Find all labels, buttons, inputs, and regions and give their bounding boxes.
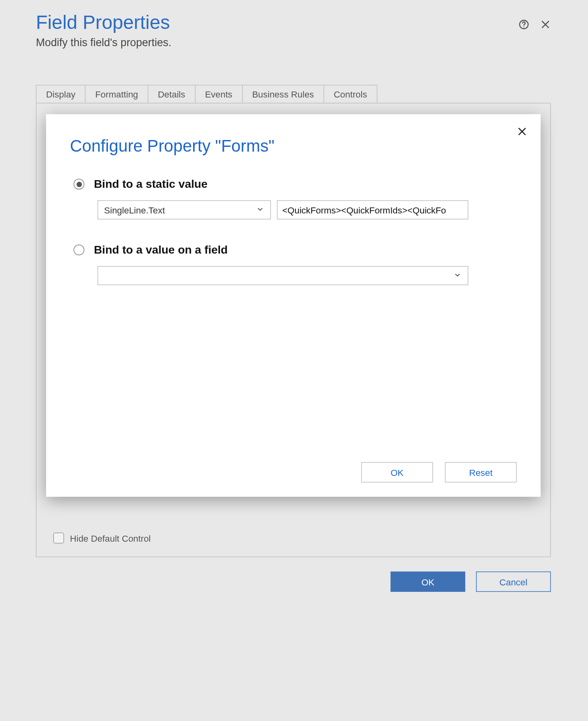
hide-default-checkbox[interactable] bbox=[53, 533, 64, 544]
dialog-header: Field Properties Modify this field's pro… bbox=[36, 12, 551, 49]
help-icon[interactable] bbox=[519, 19, 529, 30]
chevron-down-icon bbox=[453, 271, 462, 281]
svg-point-1 bbox=[523, 26, 524, 27]
page-title: Field Properties bbox=[36, 12, 171, 33]
tab-display[interactable]: Display bbox=[36, 85, 85, 103]
modal-reset-button[interactable]: Reset bbox=[445, 462, 517, 483]
cancel-button[interactable]: Cancel bbox=[476, 572, 551, 592]
tab-business-rules[interactable]: Business Rules bbox=[242, 85, 324, 103]
chevron-down-icon bbox=[256, 205, 264, 215]
static-value-input[interactable]: <QuickForms><QuickFormIds><QuickFo bbox=[277, 200, 468, 219]
tab-panel: Hide Default Control Configure Property … bbox=[36, 103, 551, 557]
tab-formatting[interactable]: Formatting bbox=[85, 85, 148, 103]
radio-bind-static[interactable] bbox=[73, 179, 84, 190]
radio-bind-static-label: Bind to a static value bbox=[94, 178, 208, 191]
radio-bind-field[interactable] bbox=[73, 245, 84, 256]
static-value-text: <QuickForms><QuickFormIds><QuickFo bbox=[282, 205, 446, 215]
hide-default-label: Hide Default Control bbox=[70, 533, 151, 543]
tab-details[interactable]: Details bbox=[148, 85, 195, 103]
tabs: Display Formatting Details Events Busine… bbox=[36, 85, 551, 103]
page-subtitle: Modify this field's properties. bbox=[36, 37, 171, 49]
modal-ok-button[interactable]: OK bbox=[361, 462, 433, 483]
field-select[interactable] bbox=[98, 266, 468, 285]
static-type-select-value: SingleLine.Text bbox=[104, 205, 165, 215]
tab-events[interactable]: Events bbox=[195, 85, 242, 103]
configure-property-modal: Configure Property "Forms" Bind to a sta… bbox=[46, 114, 541, 497]
radio-bind-field-label: Bind to a value on a field bbox=[94, 244, 228, 257]
static-type-select[interactable]: SingleLine.Text bbox=[98, 200, 271, 219]
close-icon[interactable] bbox=[540, 19, 551, 30]
modal-title: Configure Property "Forms" bbox=[70, 137, 517, 156]
ok-button[interactable]: OK bbox=[391, 572, 465, 592]
tab-controls[interactable]: Controls bbox=[324, 85, 377, 103]
modal-close-icon[interactable] bbox=[517, 126, 527, 140]
